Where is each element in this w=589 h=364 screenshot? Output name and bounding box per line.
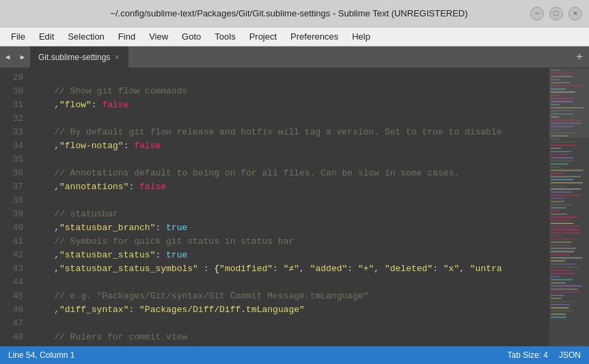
line-number: 34 (5, 139, 23, 153)
menu-goto[interactable]: Goto (175, 29, 208, 44)
menu-find[interactable]: Find (111, 29, 142, 44)
code-line: // Symbols for quick git status in statu… (29, 235, 549, 249)
tab-close-button[interactable]: × (114, 53, 120, 61)
minimap-canvas (549, 68, 589, 346)
code-line: // e.g. "Packages/Git/syntax/Git Commit … (29, 290, 549, 303)
menu-project[interactable]: Project (243, 29, 284, 44)
code-line: // statusbar (29, 208, 549, 221)
line-number: 37 (5, 180, 23, 194)
menu-edit[interactable]: Edit (32, 29, 61, 44)
line-number: 41 (5, 235, 23, 249)
code-line (29, 112, 549, 126)
line-number: 40 (5, 221, 23, 235)
syntax-label[interactable]: JSON (559, 350, 581, 360)
new-tab-button[interactable]: + (570, 46, 589, 68)
code-line: // Show git flow commands (29, 85, 549, 98)
editor: 2930313233343536373839404142434445464748… (0, 68, 589, 346)
line-number: 29 (5, 71, 23, 85)
title-bar: ~/.config/sublime-text/Packages/Git/Git.… (0, 0, 589, 27)
window-controls: − □ × (530, 7, 582, 20)
line-number: 32 (5, 112, 23, 126)
code-line (29, 194, 549, 208)
line-number: 42 (5, 249, 23, 262)
window-title: ~/.config/sublime-text/Packages/Git/Git.… (48, 8, 530, 18)
code-line: ,"statusbar_branch": true (29, 221, 549, 235)
tab-nav-left[interactable]: ◀ (0, 46, 15, 68)
close-button[interactable]: × (569, 7, 582, 20)
code-line: // Annotations default to being on for a… (29, 167, 549, 180)
line-number: 31 (5, 98, 23, 112)
menu-preferences[interactable]: Preferences (284, 29, 345, 44)
menu-view[interactable]: View (142, 29, 175, 44)
menu-bar: File Edit Selection Find View Goto Tools… (0, 27, 589, 46)
line-number: 33 (5, 126, 23, 139)
status-right: Tab Size: 4 JSON (508, 350, 581, 360)
line-numbers: 2930313233343536373839404142434445464748… (0, 68, 29, 346)
menu-help[interactable]: Help (345, 29, 377, 44)
active-tab[interactable]: Git.sublime-settings × (30, 46, 128, 68)
code-line: ,"commit_rulers": [70] (29, 344, 549, 346)
line-number: 30 (5, 85, 23, 98)
code-line (29, 153, 549, 167)
code-line: // By default git flow release and hotfi… (29, 126, 549, 139)
line-number: 46 (5, 303, 23, 317)
minimap[interactable] (549, 68, 589, 346)
tab-label: Git.sublime-settings (38, 53, 110, 62)
tab-bar: ◀ ▶ Git.sublime-settings × + (0, 46, 589, 68)
code-line (29, 317, 549, 331)
line-number: 39 (5, 208, 23, 221)
line-number: 48 (5, 331, 23, 344)
status-left: Line 54, Column 1 (8, 350, 74, 360)
line-number: 35 (5, 153, 23, 167)
tab-nav-right[interactable]: ▶ (15, 46, 30, 68)
tab-size[interactable]: Tab Size: 4 (508, 350, 548, 360)
line-number: 38 (5, 194, 23, 208)
code-line: // Rulers for commit view (29, 331, 549, 344)
menu-selection[interactable]: Selection (61, 29, 111, 44)
code-line: ,"statusbar_status": true (29, 249, 549, 262)
code-line: ,"annotations": false (29, 180, 549, 194)
code-line: ,"flow": false (29, 98, 549, 112)
code-line (29, 71, 549, 85)
minimize-button[interactable]: − (530, 7, 544, 20)
code-line: ,"diff_syntax": "Packages/Diff/Diff.tmLa… (29, 303, 549, 317)
line-number: 43 (5, 262, 23, 276)
code-area[interactable]: // Show git flow commands ,"flow": false… (29, 68, 549, 346)
status-bar: Line 54, Column 1 Tab Size: 4 JSON (0, 346, 589, 364)
code-line: ,"flow-notag": false (29, 139, 549, 153)
line-number: 45 (5, 290, 23, 303)
line-number: 44 (5, 276, 23, 290)
maximize-button[interactable]: □ (549, 7, 563, 20)
line-number: 49 (5, 344, 23, 346)
cursor-position: Line 54, Column 1 (8, 350, 74, 360)
code-line: ,"statusbar_status_symbols" : {"modified… (29, 262, 549, 276)
code-line (29, 276, 549, 290)
menu-tools[interactable]: Tools (208, 29, 242, 44)
line-number: 47 (5, 317, 23, 331)
menu-file[interactable]: File (4, 29, 32, 44)
line-number: 36 (5, 167, 23, 180)
